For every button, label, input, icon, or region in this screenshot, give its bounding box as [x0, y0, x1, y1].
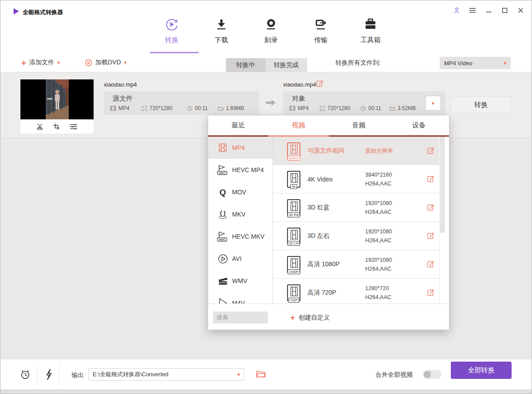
format-item-avi[interactable]: AVI: [208, 248, 272, 270]
preset-3d-left-right[interactable]: 3D LR 3D 左右 1920*1080H264,AAC: [273, 222, 439, 250]
target-title: 对象: [292, 95, 305, 103]
edit-preset-icon[interactable]: [427, 204, 435, 211]
preset-hd-720p[interactable]: 720P 高清 720P 1280*720H264,AAC: [273, 279, 439, 303]
app-title: 全能格式转换器: [23, 8, 63, 16]
resolution-icon: [142, 106, 147, 111]
maximize-icon[interactable]: [500, 5, 509, 15]
preset-scrollbar-track[interactable]: [439, 137, 445, 303]
schedule-alarm-icon[interactable]: [20, 369, 31, 380]
window-bottom-edge: [0, 390, 532, 394]
preset-scrollbar-thumb[interactable]: [440, 137, 445, 232]
tab-converting[interactable]: 转换中: [226, 58, 265, 72]
divider: [59, 364, 59, 385]
target-format-dropdown-button[interactable]: ▾: [426, 96, 441, 110]
film-icon: [110, 105, 116, 111]
effects-icon[interactable]: [70, 123, 78, 130]
source-format: MP4: [110, 105, 130, 111]
preset-same-as-source[interactable]: source 与源文件相同 原始分辨率: [273, 137, 439, 165]
mkv-braces-icon: { }: [217, 210, 229, 219]
minimize-icon[interactable]: [484, 5, 493, 15]
chevron-down-icon: ▾: [57, 60, 60, 65]
mp4-film-icon: [217, 143, 229, 153]
load-dvd-button[interactable]: 加载DVD ▾: [85, 53, 127, 72]
merge-all-toggle[interactable]: [423, 370, 441, 379]
target-size: 3.52MB: [390, 105, 416, 111]
resolution-icon: [319, 106, 325, 111]
edit-preset-icon[interactable]: [427, 232, 435, 240]
source-file-name: xiaodao.mp4: [104, 81, 137, 88]
search-input[interactable]: [213, 311, 268, 323]
format-item-mov[interactable]: Q MOV: [208, 181, 272, 203]
format-item-hevc-mp4[interactable]: HEVC HEVC MP4: [208, 159, 272, 181]
format-item-mkv[interactable]: { } MKV: [208, 203, 272, 225]
play-circle-icon: [217, 254, 229, 264]
main-nav: 转换 下载 刻录 传输: [147, 16, 395, 47]
output-label: 输出: [71, 371, 84, 379]
rename-edit-icon[interactable]: [316, 80, 324, 87]
edit-preset-icon[interactable]: [427, 147, 435, 154]
tab-finished[interactable]: 转换完成: [265, 58, 307, 72]
video-thumbnail-card: [20, 79, 94, 134]
hevc-play-icon: HEVC: [217, 231, 229, 242]
source-preset-icon: source: [287, 142, 300, 159]
high-speed-icon[interactable]: [44, 369, 53, 380]
output-format-dropdown[interactable]: MP4 Video ▾: [440, 57, 511, 69]
nav-tab-burn[interactable]: 刻录: [246, 16, 296, 47]
panel-tab-recent[interactable]: 最近: [208, 115, 268, 135]
thumbnail-image: [46, 79, 69, 119]
convert-all-to-label: 转换所有文件到:: [335, 59, 381, 67]
hevc-play-icon: HEVC: [217, 164, 229, 176]
video-thumbnail[interactable]: [20, 79, 94, 119]
preset-hd-1080p[interactable]: 1080P 高清 1080P 1920*1080H264,AAC: [273, 250, 439, 279]
panel-tab-video[interactable]: 视频: [268, 115, 329, 135]
edit-preset-icon[interactable]: [427, 289, 435, 296]
edit-preset-icon[interactable]: [427, 260, 435, 268]
convert-button[interactable]: 转换: [451, 96, 511, 113]
preset-3d-red-blue[interactable]: 3D RB 3D 红蓝 1920*1080H264,AAC: [273, 193, 439, 222]
play-outline-icon: [217, 298, 229, 303]
nav-tab-transfer[interactable]: 传输: [296, 16, 346, 47]
toolbar: + 添加文件 ▾ 加载DVD ▾ 转换中 转换完成 转换所有文件到: MP4 V…: [0, 53, 532, 72]
add-file-button[interactable]: + 添加文件 ▾: [21, 53, 60, 72]
format-picker-panel: 最近 视频 音频 设备 MP4 HEVC HEVC MP4 Q: [208, 115, 449, 330]
format-item-m4v[interactable]: M4V: [208, 292, 272, 303]
output-path-value: E:\全能格式转换器\Converted: [93, 370, 169, 378]
open-folder-icon[interactable]: [256, 370, 266, 378]
svg-text:HEVC: HEVC: [219, 172, 225, 174]
preset-4k-video[interactable]: 4K 4K Video 3840*2160H264,AAC: [273, 165, 439, 193]
source-size: 1.69MB: [218, 105, 244, 111]
output-path-select[interactable]: E:\全能格式转换器\Converted ▾: [88, 368, 244, 381]
folder-icon: [218, 106, 224, 111]
nav-tab-download[interactable]: 下载: [197, 16, 246, 47]
close-icon[interactable]: [516, 5, 525, 15]
nav-tab-toolbox[interactable]: 工具箱: [346, 16, 395, 47]
target-file-name: xiaodao.mp4: [283, 81, 316, 88]
window-controls: [452, 5, 525, 15]
nav-tab-label: 刻录: [264, 36, 278, 44]
chevron-down-icon: ▾: [504, 60, 506, 66]
convert-all-button[interactable]: 全部转换: [451, 362, 512, 379]
format-item-wmv[interactable]: WMV: [208, 270, 272, 292]
source-title: 源文件: [113, 95, 133, 103]
target-resolution: 720*1280: [319, 105, 350, 111]
panel-tab-audio[interactable]: 音频: [329, 115, 389, 135]
target-duration: 00:11: [360, 105, 381, 111]
folder-icon: [390, 106, 395, 111]
trim-icon[interactable]: [36, 123, 43, 130]
preset-file-icon: 4K: [287, 171, 300, 188]
clapperboard-icon: [217, 276, 229, 286]
edit-preset-icon[interactable]: [427, 175, 435, 183]
format-item-hevc-mkv[interactable]: HEVC HEVC MKV: [208, 225, 272, 248]
crop-icon[interactable]: [53, 123, 60, 130]
create-custom-button[interactable]: + 创建自定义: [290, 313, 330, 322]
account-icon[interactable]: [452, 5, 461, 15]
menu-icon[interactable]: [468, 5, 477, 15]
app-logo-icon: [12, 8, 20, 15]
download-icon: [213, 16, 229, 32]
transfer-icon: [313, 16, 329, 32]
clock-icon: [360, 106, 366, 111]
nav-tab-convert[interactable]: 转换: [147, 16, 197, 47]
panel-tab-device[interactable]: 设备: [389, 115, 449, 135]
nav-tab-label: 传输: [314, 36, 327, 44]
format-item-mp4[interactable]: MP4: [208, 137, 272, 159]
